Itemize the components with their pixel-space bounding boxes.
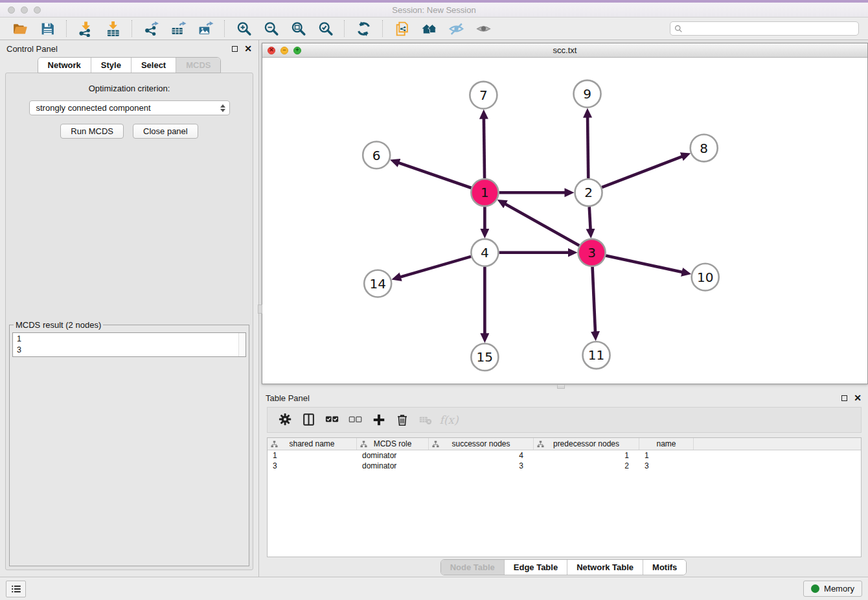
table-cell[interactable]: 2 bbox=[534, 461, 639, 470]
function-builder-button: f(x) bbox=[437, 410, 461, 430]
columns-button[interactable] bbox=[297, 410, 321, 430]
node-10[interactable]: 10 bbox=[692, 264, 719, 291]
window-title: Session: New Session bbox=[0, 5, 868, 15]
edge-4-14[interactable] bbox=[400, 257, 471, 277]
table-cell[interactable]: 3 bbox=[429, 461, 534, 470]
table-cell[interactable]: 1 bbox=[534, 451, 639, 460]
search-input[interactable] bbox=[685, 24, 854, 33]
node-9[interactable]: 9 bbox=[574, 80, 601, 108]
network-maximize-icon[interactable]: + bbox=[293, 47, 301, 54]
node-7[interactable]: 7 bbox=[470, 82, 497, 109]
zoom-in-button[interactable] bbox=[233, 19, 254, 38]
search-box[interactable] bbox=[670, 21, 859, 36]
column-header-MCDS-role[interactable]: MCDS role bbox=[357, 438, 429, 450]
mcds-result-fieldset: MCDS result (2 nodes) 1 3 bbox=[9, 320, 249, 566]
vertical-splitter-grip[interactable] bbox=[258, 305, 262, 314]
table-cell[interactable]: dominator bbox=[357, 451, 429, 460]
export-network-button[interactable] bbox=[141, 19, 161, 38]
mcds-result-box[interactable]: 1 3 bbox=[12, 332, 246, 357]
zoom-out-button[interactable] bbox=[260, 19, 281, 38]
column-header-successor-nodes[interactable]: successor nodes bbox=[429, 438, 534, 450]
home-button[interactable] bbox=[418, 19, 439, 38]
float-panel-icon[interactable] bbox=[232, 46, 238, 52]
network-minimize-icon[interactable]: − bbox=[280, 47, 288, 54]
network-canvas[interactable]: 7968124314101511 bbox=[262, 58, 867, 384]
tab-network[interactable]: Network bbox=[38, 58, 91, 73]
node-14[interactable]: 14 bbox=[364, 270, 391, 297]
edge-1-7[interactable] bbox=[484, 118, 485, 179]
edge-3-1[interactable] bbox=[505, 203, 579, 246]
tab-node-table[interactable]: Node Table bbox=[441, 560, 504, 575]
table-row[interactable]: 3dominator323 bbox=[268, 461, 861, 471]
node-2[interactable]: 2 bbox=[575, 179, 602, 206]
show-eye-button[interactable] bbox=[473, 19, 494, 38]
edge-2-8[interactable] bbox=[602, 156, 683, 187]
control-panel-tabs: NetworkStyleSelectMCDS bbox=[0, 57, 258, 73]
import-network-button[interactable] bbox=[75, 19, 96, 38]
table-float-panel-icon[interactable] bbox=[841, 395, 847, 401]
hide-details-button[interactable] bbox=[446, 19, 466, 38]
refresh-button[interactable] bbox=[353, 19, 374, 38]
task-history-button[interactable] bbox=[6, 581, 26, 597]
memory-button[interactable]: Memory bbox=[803, 581, 862, 597]
import-table-icon bbox=[105, 21, 121, 37]
close-panel-button[interactable]: Close panel bbox=[133, 124, 198, 139]
column-header-predecessor-nodes[interactable]: predecessor nodes bbox=[534, 438, 639, 450]
close-panel-icon[interactable]: ✕ bbox=[244, 44, 252, 53]
table-cell[interactable]: 1 bbox=[639, 451, 694, 460]
export-table-button[interactable] bbox=[168, 19, 188, 38]
table-cell[interactable]: 3 bbox=[639, 461, 694, 470]
node-15[interactable]: 15 bbox=[471, 343, 498, 371]
run-mcds-button[interactable]: Run MCDS bbox=[60, 124, 124, 139]
save-session-button[interactable] bbox=[37, 19, 58, 38]
edge-1-6[interactable] bbox=[398, 163, 471, 188]
delete-row-button[interactable] bbox=[391, 410, 414, 430]
edge-3-10[interactable] bbox=[606, 255, 683, 272]
network-window-titlebar: ✕ − + scc.txt bbox=[262, 43, 867, 58]
node-1[interactable]: 1 bbox=[471, 179, 498, 206]
node-3[interactable]: 3 bbox=[578, 239, 606, 266]
column-header-name[interactable]: name bbox=[639, 438, 694, 450]
table-row[interactable]: 1dominator411 bbox=[268, 450, 861, 461]
control-panel-title: Control Panel bbox=[6, 44, 232, 54]
horizontal-splitter-grip[interactable] bbox=[557, 384, 565, 389]
node-label-2: 2 bbox=[584, 185, 593, 200]
gear-button[interactable] bbox=[274, 410, 297, 430]
edge-3-11[interactable] bbox=[593, 267, 596, 333]
node-8[interactable]: 8 bbox=[691, 135, 718, 162]
node-6[interactable]: 6 bbox=[363, 141, 390, 168]
column-header-shared-name[interactable]: shared name bbox=[268, 438, 357, 450]
mcds-result-scrollbar[interactable] bbox=[238, 333, 246, 356]
tab-style[interactable]: Style bbox=[91, 58, 131, 73]
network-close-icon[interactable]: ✕ bbox=[268, 47, 275, 54]
export-image-button[interactable] bbox=[195, 19, 216, 38]
zoom-selected-button[interactable] bbox=[315, 19, 336, 38]
zoom-fit-button[interactable] bbox=[288, 19, 308, 38]
tab-mcds[interactable]: MCDS bbox=[176, 58, 220, 73]
edge-2-3[interactable] bbox=[589, 207, 591, 230]
node-label-6: 6 bbox=[372, 148, 381, 163]
node-4[interactable]: 4 bbox=[471, 239, 498, 266]
tab-motifs[interactable]: Motifs bbox=[643, 560, 686, 575]
table-cell[interactable]: dominator bbox=[357, 461, 429, 470]
import-table-button[interactable] bbox=[102, 19, 123, 38]
zoom-fit-icon bbox=[290, 21, 306, 37]
table-cell[interactable]: 3 bbox=[268, 461, 357, 470]
table-cell[interactable]: 1 bbox=[268, 451, 357, 460]
tab-edge-table[interactable]: Edge Table bbox=[504, 560, 567, 575]
table-cell[interactable]: 4 bbox=[429, 451, 534, 460]
optimization-select[interactable]: strongly connected component bbox=[29, 100, 230, 115]
edge-2-9[interactable] bbox=[588, 117, 588, 179]
export-table-icon bbox=[170, 21, 187, 37]
table-close-panel-icon[interactable]: ✕ bbox=[854, 393, 862, 402]
toolbar-separator bbox=[344, 20, 345, 37]
copy-view-button[interactable] bbox=[391, 19, 412, 38]
node-11[interactable]: 11 bbox=[583, 341, 610, 369]
open-session-button[interactable] bbox=[10, 19, 30, 38]
deselect-all-button[interactable] bbox=[344, 410, 367, 430]
tab-network-table[interactable]: Network Table bbox=[567, 560, 643, 575]
select-all-button[interactable] bbox=[321, 410, 344, 430]
select-stepper-icon bbox=[220, 104, 225, 112]
add-row-button[interactable] bbox=[367, 410, 391, 430]
tab-select[interactable]: Select bbox=[131, 58, 176, 73]
